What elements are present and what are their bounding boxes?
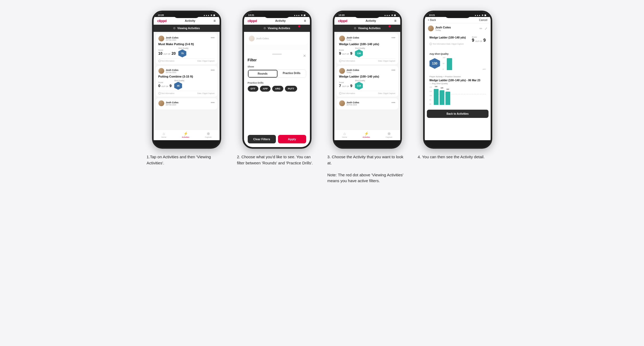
practice-drills-label: Practice Drills <box>248 82 306 84</box>
filter-chips: OTT APP ARG PUTT <box>248 86 306 92</box>
user-info-3-1: Josh Coles Today <box>347 36 395 41</box>
activities-icon-1: ⚡ <box>183 131 188 136</box>
activity-card-1-3[interactable]: ••• Josh Coles 28 Feb 2023 <box>156 98 217 109</box>
signal-icon-4: ▲▲▲ <box>474 14 481 16</box>
nav-activities-1[interactable]: ⚡ Activities <box>182 131 190 138</box>
sq-hex-large-4: 130 <box>430 58 440 69</box>
more-icon-1-2[interactable]: ••• <box>211 68 215 72</box>
card-stats-3-1: Score 9 OUT OF 9 Shot Quality 130 <box>339 47 395 57</box>
back-button-4[interactable]: < Back <box>428 19 436 22</box>
user-date-3-2: Today <box>347 71 395 73</box>
nav-activities-3[interactable]: ⚡ Activities <box>363 131 370 138</box>
main-chart-4: 132 129 124 <box>434 86 486 105</box>
sq-label-1-2: Shot Quality <box>174 80 184 82</box>
more-icon-3-2[interactable]: ••• <box>392 68 395 72</box>
footer-right-1-1: Data: Clippd Capture <box>197 60 214 62</box>
chip-arg[interactable]: ARG <box>272 86 283 92</box>
drag-handle[interactable] <box>272 54 282 55</box>
info-icon-3-2: i <box>339 92 342 95</box>
more-icon-3-1[interactable]: ••• <box>392 36 395 40</box>
wifi-icon-4: ⊛ <box>482 14 483 16</box>
status-time-1: 13:20 <box>158 14 164 16</box>
activity-card-1-1[interactable]: ••• Josh Coles 28 Feb 2023 Must Make Put… <box>156 33 217 64</box>
phone-3-content: 13:20 ▲▲▲ ⊛ ▣ clippd Activity ≡ ⚙ Viewin… <box>334 12 400 140</box>
avg-sq-title-4: Avg Shot Quality <box>430 53 486 55</box>
score-block-1-2: Score 0 OUT OF 9 <box>158 82 172 88</box>
pa-title-4: Wedge Ladder (100–140 yds) - 06 Mar 23 <box>430 79 486 82</box>
sq-hex-3-1: 130 <box>355 49 363 57</box>
phone-3: 13:20 ▲▲▲ ⊛ ▣ clippd Activity ≡ ⚙ Viewin… <box>333 11 402 149</box>
cancel-button-4[interactable]: Cancel <box>479 19 487 22</box>
clear-filters-button[interactable]: Clear Filters <box>248 135 276 140</box>
detail-outof-4: OUT OF <box>475 40 482 43</box>
avatar-1-3 <box>158 100 164 106</box>
expand-icon-4[interactable]: ⤢ <box>485 27 487 31</box>
user-name-3-2: Josh Coles <box>347 69 395 71</box>
card-header-1-2: Josh Coles 28 Feb 2023 <box>158 68 215 74</box>
app-nav-title-3: Activity <box>365 19 376 22</box>
avatar-3-1 <box>339 36 345 41</box>
chip-app[interactable]: APP <box>260 86 271 92</box>
battery-icon-3: ▣ <box>394 14 396 16</box>
detail-user-row-4: Josh Coles Today ✏ ⤢ <box>425 23 491 32</box>
activity-card-3-2[interactable]: ••• Josh Coles Today Wedge Ladder (100–1… <box>336 66 398 97</box>
chip-putt[interactable]: PUTT <box>285 86 297 92</box>
sq-label-3-2: Shot Quality <box>355 80 365 82</box>
avatar-3-3 <box>339 100 345 106</box>
phone-2-content: 13:21 ▲▲▲ ⊛ ▣ clippd Activity ≡ ⚙ Viewin… <box>244 12 310 140</box>
app-label-4: APP <box>482 69 486 70</box>
more-icon-1-3[interactable]: ••• <box>211 100 215 105</box>
card-footer-3-2: i Test Information Data: Clippd Capture <box>339 91 395 95</box>
toggle-practice-drills[interactable]: Practice Drills <box>277 70 306 78</box>
footer-left-3-1: i Test Information <box>339 60 355 62</box>
filter-banner-3[interactable]: ⚙ Viewing Activities <box>334 25 400 32</box>
app-logo-3: clippd <box>338 19 347 23</box>
footer-right-3-1: Data: Clippd Capture <box>378 60 395 62</box>
home-icon-1: ⌂ <box>163 131 165 136</box>
main-bar-4-1: 132 <box>434 89 439 105</box>
avg-sq-bars-4: 100500 <box>443 57 486 70</box>
card-title-1-1: Must Make Putting (3-6 ft) <box>158 42 215 46</box>
activity-card-3-1[interactable]: ••• Josh Coles Today Wedge Ladder (100–1… <box>336 33 398 64</box>
nav-capture-3[interactable]: ⊕ Capture <box>386 131 392 138</box>
phone-2: 13:21 ▲▲▲ ⊛ ▣ clippd Activity ≡ ⚙ Viewin… <box>242 11 312 149</box>
user-date-3-1: Today <box>347 39 395 41</box>
user-info-3-3: Josh Coles 28 Feb 2023 <box>347 101 395 106</box>
apply-button[interactable]: Apply <box>278 135 306 140</box>
modal-close-icon[interactable]: ✕ <box>303 54 306 58</box>
step-4-description: 4. You can then see the Activity detail. <box>418 154 498 160</box>
home-icon-3: ⌂ <box>343 131 346 136</box>
detail-title-section-4: Wedge Ladder (100–140 yds) <box>430 36 470 39</box>
sq-label-3-1: Shot Quality <box>355 47 365 49</box>
avatar-1-1 <box>158 36 164 41</box>
filter-banner-2[interactable]: ⚙ Viewing Activities <box>244 25 310 32</box>
capture-icon-3: ⊕ <box>388 131 391 136</box>
score-label-3-1: Score <box>339 49 352 51</box>
more-icon-1-1[interactable]: ••• <box>211 36 215 40</box>
activity-card-1-2[interactable]: ••• Josh Coles 28 Feb 2023 Putting Combi… <box>156 66 217 97</box>
status-icons-2: ▲▲▲ ⊛ ▣ <box>294 14 306 16</box>
menu-icon-1[interactable]: ≡ <box>213 19 216 23</box>
pa-subtitle-4: --- Avg Shot Quality <box>430 82 486 85</box>
nav-capture-1[interactable]: ⊕ Capture <box>205 131 212 138</box>
back-to-activities-button-4[interactable]: Back to Activities <box>427 110 489 118</box>
card-stats-1-2: Score 0 OUT OF 9 Shot Quality 45 <box>158 80 215 90</box>
chip-ott[interactable]: OTT <box>248 86 258 92</box>
score-val-1-2: 0 <box>158 84 161 88</box>
toggle-rounds[interactable]: Rounds <box>248 70 277 78</box>
score-block-3-1: Score 9 OUT OF 9 <box>339 49 352 55</box>
activity-card-3-3[interactable]: ••• Josh Coles 28 Feb 2023 <box>336 98 398 109</box>
red-dot-2 <box>298 25 300 27</box>
menu-icon-3[interactable]: ≡ <box>394 19 396 23</box>
filter-banner-1[interactable]: ⚙ Viewing Activities <box>154 25 220 32</box>
nav-home-3[interactable]: ⌂ Home <box>342 131 347 138</box>
more-icon-3-3[interactable]: ••• <box>392 100 395 105</box>
detail-score-row-4: Wedge Ladder (100–140 yds) Score 9 OUT O… <box>430 36 486 43</box>
nav-home-1[interactable]: ⌂ Home <box>161 131 166 138</box>
edit-icon-4[interactable]: ✏ <box>479 27 482 31</box>
user-date-1-1: 28 Feb 2023 <box>166 39 215 41</box>
app-logo-1: clippd <box>157 19 167 23</box>
sq-block-1-2: Shot Quality 45 <box>174 80 184 90</box>
menu-icon-2[interactable]: ≡ <box>304 19 306 23</box>
bottom-nav-3: ⌂ Home ⚡ Activities ⊕ Capture <box>334 130 400 140</box>
